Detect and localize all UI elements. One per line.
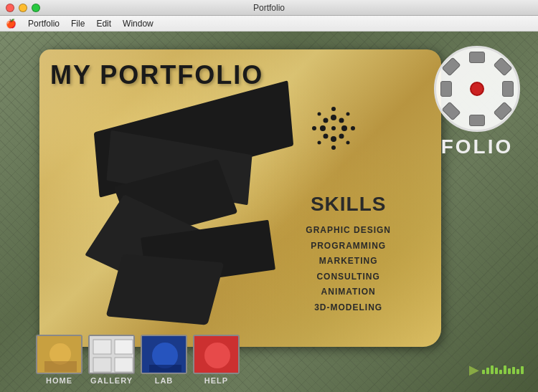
svg-point-12 bbox=[346, 113, 350, 116]
maximize-button[interactable] bbox=[32, 4, 40, 12]
menu-apple[interactable]: 🍎 bbox=[6, 19, 16, 29]
starburst-decoration bbox=[294, 89, 373, 171]
svg-point-0 bbox=[331, 126, 336, 130]
vol-bar-4 bbox=[495, 368, 498, 374]
nav-home-label: HOME bbox=[46, 376, 72, 385]
vol-bar-6 bbox=[504, 365, 506, 374]
window-controls[interactable] bbox=[6, 4, 40, 12]
nav-lab-label: LAB bbox=[155, 376, 174, 385]
vol-bar-5 bbox=[499, 370, 502, 374]
film-slot-top bbox=[469, 52, 485, 63]
lab-thumb-image bbox=[142, 336, 187, 374]
svg-point-9 bbox=[324, 118, 329, 123]
vol-bar-1 bbox=[482, 370, 485, 374]
menu-edit[interactable]: Edit bbox=[96, 19, 111, 29]
svg-point-10 bbox=[318, 113, 321, 116]
help-thumb-image bbox=[194, 336, 240, 374]
menu-window[interactable]: Window bbox=[123, 19, 154, 29]
window-title: Portfolio bbox=[253, 3, 285, 13]
gallery-thumb-image bbox=[90, 336, 135, 374]
vol-bar-7 bbox=[508, 368, 511, 374]
vol-bar-3 bbox=[491, 365, 494, 374]
nav-help-label: HELP bbox=[204, 376, 228, 385]
skill-3d-modeling[interactable]: 3D-MODELING bbox=[306, 300, 391, 316]
svg-rect-23 bbox=[93, 358, 111, 372]
ink-shape-6 bbox=[106, 254, 225, 325]
svg-point-14 bbox=[318, 141, 321, 145]
minimize-button[interactable] bbox=[19, 4, 27, 12]
svg-point-4 bbox=[331, 145, 336, 150]
nav-home[interactable]: HOME bbox=[36, 335, 82, 385]
svg-rect-19 bbox=[44, 361, 77, 372]
main-content: SKILLS GRAPHIC DESIGN PROGRAMMING MARKET… bbox=[0, 32, 538, 392]
menu-file[interactable]: File bbox=[71, 19, 85, 29]
svg-point-5 bbox=[320, 125, 326, 131]
skills-heading: SKILLS bbox=[306, 193, 391, 216]
film-slot-tl bbox=[442, 57, 461, 77]
titlebar: Portfolio bbox=[0, 0, 538, 16]
skill-graphic-design[interactable]: GRAPHIC DESIGN bbox=[306, 223, 391, 239]
skill-animation[interactable]: ANIMATION bbox=[306, 285, 391, 300]
vol-bar-9 bbox=[516, 369, 519, 374]
svg-point-26 bbox=[152, 343, 178, 368]
svg-point-1 bbox=[331, 115, 336, 120]
home-thumb-image bbox=[37, 336, 82, 374]
volume-bars bbox=[482, 365, 524, 374]
film-wheel[interactable] bbox=[434, 46, 520, 132]
close-button[interactable] bbox=[6, 4, 14, 12]
menu-portfolio[interactable]: Portfolio bbox=[28, 19, 60, 29]
vol-bar-8 bbox=[512, 367, 515, 374]
film-slot-br bbox=[494, 102, 513, 121]
skill-marketing[interactable]: MARKETING bbox=[306, 254, 391, 269]
vol-bar-10 bbox=[521, 366, 524, 374]
svg-point-3 bbox=[331, 136, 336, 142]
nav-gallery-label: GALLERY bbox=[90, 376, 133, 385]
film-slot-tr bbox=[494, 57, 513, 77]
skill-consulting[interactable]: CONSULTING bbox=[306, 269, 391, 285]
film-slot-bottom bbox=[469, 115, 485, 126]
svg-rect-21 bbox=[93, 340, 111, 354]
svg-point-13 bbox=[324, 134, 329, 139]
svg-rect-24 bbox=[115, 358, 133, 372]
svg-point-15 bbox=[339, 134, 344, 139]
nav-gallery[interactable]: GALLERY bbox=[88, 335, 135, 385]
nav-thumb-home bbox=[36, 335, 82, 374]
film-slot-bl bbox=[442, 102, 461, 121]
nav-thumb-gallery bbox=[88, 335, 135, 374]
nav-lab[interactable]: LAB bbox=[141, 335, 187, 385]
film-slot-left bbox=[440, 81, 452, 97]
film-slot-right bbox=[502, 81, 514, 97]
svg-point-7 bbox=[341, 125, 347, 131]
speaker-icon: ▶ bbox=[469, 362, 479, 378]
audio-control[interactable]: ▶ bbox=[469, 362, 524, 378]
svg-rect-27 bbox=[149, 365, 181, 372]
vol-bar-2 bbox=[486, 368, 489, 374]
svg-rect-22 bbox=[115, 340, 133, 354]
folio-label: FOLIO bbox=[441, 135, 514, 158]
parchment-background: SKILLS GRAPHIC DESIGN PROGRAMMING MARKET… bbox=[39, 49, 441, 347]
svg-point-2 bbox=[331, 107, 336, 111]
wheel-circle bbox=[434, 46, 520, 132]
svg-point-11 bbox=[339, 118, 344, 123]
skill-programming[interactable]: PROGRAMMING bbox=[306, 239, 391, 254]
bottom-navigation: HOME GALLERY L bbox=[36, 335, 240, 385]
menubar: 🍎 Portfolio File Edit Window bbox=[0, 16, 538, 32]
svg-point-29 bbox=[204, 343, 230, 368]
starburst-svg bbox=[294, 89, 373, 168]
folio-wheel[interactable]: FOLIO bbox=[430, 46, 524, 175]
nav-help[interactable]: HELP bbox=[193, 335, 240, 385]
wheel-center bbox=[470, 82, 484, 96]
svg-point-6 bbox=[312, 126, 316, 130]
portfolio-title: MY PORTFOLIO bbox=[50, 60, 263, 90]
svg-point-8 bbox=[351, 126, 355, 130]
svg-point-16 bbox=[346, 141, 350, 145]
nav-thumb-help bbox=[193, 335, 240, 374]
nav-thumb-lab bbox=[141, 335, 187, 374]
skills-section: SKILLS GRAPHIC DESIGN PROGRAMMING MARKET… bbox=[306, 193, 391, 316]
